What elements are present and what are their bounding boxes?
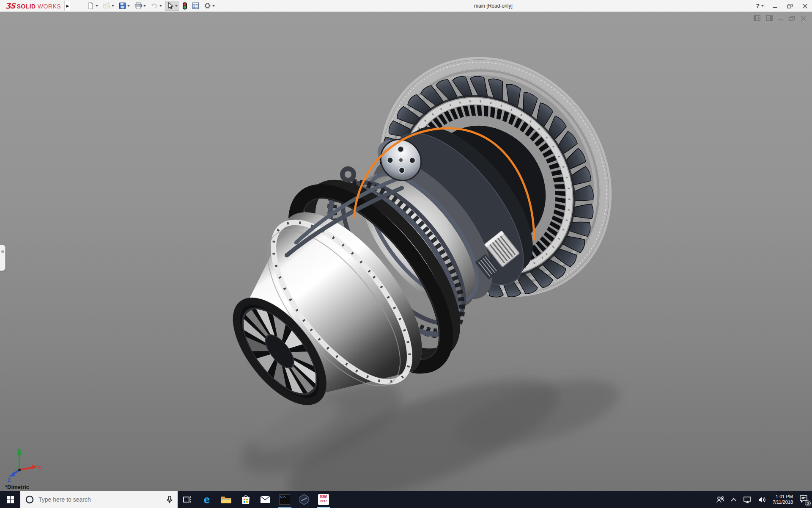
minimize-button[interactable]	[772, 3, 778, 9]
jet-engine-model[interactable]	[0, 12, 812, 491]
action-center-button[interactable]: 3	[799, 495, 808, 504]
hexagon-app-icon	[299, 494, 309, 505]
open-caret[interactable]	[112, 5, 114, 7]
quick-toolbar	[85, 1, 217, 11]
chevron-up-icon[interactable]	[731, 498, 737, 502]
file-properties-button[interactable]	[190, 1, 201, 11]
graphics-viewport[interactable]: Y X Z *Dimetric	[0, 12, 812, 491]
taskbar-app-hexagon[interactable]	[294, 491, 314, 508]
print-caret[interactable]	[143, 5, 146, 7]
system-tray: 1:01 PM 7/11/2018 3	[716, 491, 812, 508]
undo-caret[interactable]	[159, 5, 162, 7]
clock-date: 7/11/2018	[773, 500, 793, 505]
people-icon[interactable]	[716, 496, 724, 503]
taskbar-app-task-view[interactable]	[178, 491, 197, 508]
edge-icon: e	[204, 494, 210, 505]
options-gear-icon	[204, 2, 211, 9]
task-view-icon	[183, 495, 192, 504]
feature-manager-collapsed-tab[interactable]	[0, 245, 5, 271]
store-icon	[241, 494, 251, 505]
clock-time: 1:01 PM	[773, 494, 793, 500]
open-button[interactable]	[101, 1, 116, 11]
volume-icon[interactable]	[758, 496, 766, 503]
undo-icon	[151, 2, 158, 9]
restore-button[interactable]	[787, 3, 793, 9]
save-caret[interactable]	[127, 5, 130, 7]
command-prompt-icon: C:\	[279, 494, 290, 505]
file-properties-icon	[192, 2, 199, 9]
help-caret[interactable]	[761, 5, 764, 7]
file-explorer-icon	[221, 495, 232, 504]
titlebar: ƷS SOLID WORKS ▶	[0, 0, 812, 12]
taskbar-clock[interactable]: 1:01 PM 7/11/2018	[773, 494, 793, 505]
taskbar-app-store[interactable]	[236, 491, 255, 508]
options-caret[interactable]	[212, 5, 215, 7]
doc-restore-button[interactable]	[789, 16, 795, 21]
x-axis-label: X	[38, 465, 41, 470]
close-button[interactable]	[802, 3, 808, 9]
orientation-triad: Y X Z	[6, 447, 42, 483]
ds-logo-mark: ƷS	[5, 2, 15, 10]
taskbar-app-command-prompt[interactable]: C:\	[275, 491, 294, 508]
doc-close-button[interactable]	[801, 16, 806, 21]
taskbar-app-edge[interactable]: e	[197, 491, 217, 508]
windows-logo-icon	[7, 496, 14, 503]
save-button[interactable]	[117, 1, 132, 11]
pane-toggle-left-button[interactable]	[754, 15, 760, 21]
feature-tab-handle-icon	[1, 250, 4, 253]
cortana-icon	[25, 495, 34, 504]
print-icon	[134, 2, 142, 9]
logo-word-solid: SOLID	[16, 3, 36, 10]
lug-bracket	[340, 166, 356, 182]
start-button[interactable]	[0, 491, 20, 508]
new-document-caret[interactable]	[96, 5, 98, 7]
logo-word-works: WORKS	[38, 3, 61, 10]
select-cursor-icon	[167, 2, 174, 10]
network-icon[interactable]	[743, 496, 752, 503]
options-button[interactable]	[202, 1, 217, 11]
titlebar-controls: ?	[756, 0, 808, 12]
mail-icon	[260, 496, 270, 503]
window-title: main [Read-only]	[474, 3, 513, 9]
x-axis-arrow	[32, 465, 37, 470]
notification-badge: 3	[805, 500, 811, 506]
new-document-icon	[87, 2, 94, 9]
flyout-expand-icon: ▶	[66, 4, 69, 8]
taskbar: e C:\	[0, 491, 812, 508]
microphone-icon[interactable]	[167, 496, 173, 504]
print-button[interactable]	[133, 1, 148, 11]
save-icon	[119, 2, 126, 9]
taskbar-app-solidworks[interactable]: SW 2017	[314, 491, 333, 508]
y-axis-label: Y	[17, 448, 20, 453]
taskbar-app-mail[interactable]	[255, 491, 275, 508]
toolbar-flyout-button[interactable]: ▶	[64, 1, 71, 11]
solidworks-logo: ƷS SOLID WORKS	[0, 2, 64, 10]
rebuild-button[interactable]	[181, 1, 189, 11]
help-button[interactable]: ?	[756, 3, 764, 9]
help-icon: ?	[756, 3, 760, 9]
select-button[interactable]	[165, 1, 179, 11]
new-document-button[interactable]	[85, 1, 100, 11]
document-window-controls	[754, 15, 806, 21]
undo-button[interactable]	[149, 1, 164, 11]
search-input[interactable]	[38, 496, 162, 503]
view-orientation-label: *Dimetric	[5, 484, 29, 490]
taskbar-search-box[interactable]	[20, 491, 178, 508]
taskbar-app-file-explorer[interactable]	[217, 491, 236, 508]
z-axis-label: Z	[8, 478, 11, 483]
doc-minimize-button[interactable]	[778, 16, 784, 21]
pane-toggle-right-button[interactable]	[766, 15, 773, 21]
solidworks-2017-icon: SW 2017	[318, 494, 329, 505]
select-caret[interactable]	[175, 5, 178, 7]
open-icon	[103, 2, 110, 9]
rebuild-stoplight-icon	[182, 2, 187, 10]
